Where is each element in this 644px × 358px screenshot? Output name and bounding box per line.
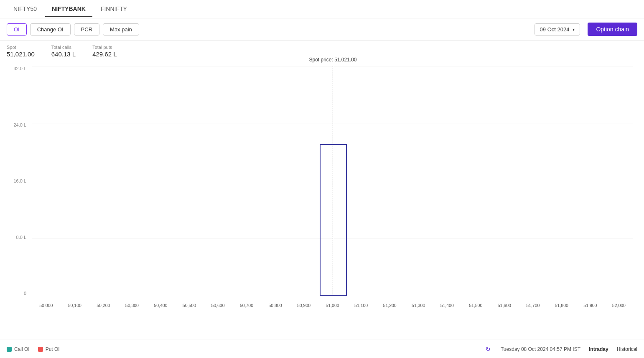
x-axis-label: 50,200 <box>89 303 118 308</box>
change-oi-filter-button[interactable]: Change OI <box>30 23 71 36</box>
top-nav: NIFTY50 NIFTYBANK FINNIFTY <box>0 0 644 18</box>
x-axis-label: 50,400 <box>146 303 175 308</box>
spot-value: 51,021.00 <box>7 51 35 58</box>
chevron-down-icon: ▾ <box>573 27 575 32</box>
bars-area <box>32 66 633 296</box>
total-puts-stat: Total puts 429.62 L <box>92 45 117 58</box>
x-axis-label: 51,000 <box>318 303 347 308</box>
x-axis-label: 51,400 <box>433 303 461 308</box>
y-axis: 32.0 L24.0 L16.0 L8.0 L0 <box>7 66 30 296</box>
stats-row: Spot 51,021.00 Total calls 640.13 L Tota… <box>0 41 644 62</box>
x-axis-label: 51,600 <box>490 303 519 308</box>
x-axis-label: 50,500 <box>175 303 204 308</box>
x-axis-label: 50,100 <box>61 303 89 308</box>
refresh-icon: ↻ <box>486 346 491 353</box>
tab-nifty50[interactable]: NIFTY50 <box>7 1 43 17</box>
y-axis-label: 16.0 L <box>7 178 30 183</box>
historical-button[interactable]: Historical <box>617 346 637 352</box>
date-label: 09 Oct 2024 <box>540 26 570 33</box>
total-puts-value: 429.62 L <box>92 51 117 58</box>
footer-right: ↻ Tuesday 08 Oct 2024 04:57 PM IST Intra… <box>486 346 637 353</box>
x-axis-label: 51,500 <box>461 303 490 308</box>
y-axis-label: 32.0 L <box>7 66 30 71</box>
y-axis-label: 24.0 L <box>7 122 30 127</box>
put-oi-legend: Put OI <box>38 346 60 352</box>
call-oi-color <box>7 347 12 352</box>
spot-label: Spot <box>7 45 35 50</box>
x-axis-label: 50,300 <box>118 303 147 308</box>
x-axis-label: 52,000 <box>605 303 634 308</box>
filter-bar: OI Change OI PCR Max pain 09 Oct 2024 ▾ … <box>0 18 644 41</box>
x-axis-label: 51,100 <box>347 303 376 308</box>
max-pain-filter-button[interactable]: Max pain <box>103 23 139 36</box>
call-oi-legend-label: Call OI <box>14 346 30 352</box>
date-selector[interactable]: 09 Oct 2024 ▾ <box>535 23 580 36</box>
put-oi-legend-label: Put OI <box>46 346 60 352</box>
total-puts-label: Total puts <box>92 45 117 50</box>
intraday-button[interactable]: Intraday <box>589 346 608 352</box>
spot-stat: Spot 51,021.00 <box>7 45 35 58</box>
total-calls-value: 640.13 L <box>51 51 76 58</box>
x-axis-label: 51,200 <box>375 303 404 308</box>
x-axis-label: 51,700 <box>519 303 547 308</box>
footer: Call OI Put OI ↻ Tuesday 08 Oct 2024 04:… <box>0 340 644 358</box>
option-chain-button[interactable]: Option chain <box>588 23 637 36</box>
app-container: NIFTY50 NIFTYBANK FINNIFTY OI Change OI … <box>0 0 644 312</box>
x-axis-label: 51,900 <box>576 303 605 308</box>
total-calls-stat: Total calls 640.13 L <box>51 45 76 58</box>
total-calls-label: Total calls <box>51 45 76 50</box>
pcr-filter-button[interactable]: PCR <box>74 23 99 36</box>
x-axis-label: 51,800 <box>547 303 576 308</box>
x-axis-label: 50,800 <box>261 303 290 308</box>
y-axis-label: 8.0 L <box>7 235 30 240</box>
grid-line <box>32 296 633 296</box>
call-oi-legend: Call OI <box>7 346 30 352</box>
x-axis-label: 50,700 <box>232 303 261 308</box>
put-oi-color <box>38 347 43 352</box>
chart-inner: 32.0 L24.0 L16.0 L8.0 L0 50,00050,10050,… <box>7 66 637 312</box>
tab-finnifty[interactable]: FINNIFTY <box>94 1 134 17</box>
tab-niftybank[interactable]: NIFTYBANK <box>45 1 92 17</box>
x-axis-label: 50,000 <box>32 303 61 308</box>
timestamp: Tuesday 08 Oct 2024 04:57 PM IST <box>501 346 580 352</box>
x-axis-label: 50,900 <box>290 303 318 308</box>
x-axis-label: 50,600 <box>204 303 232 308</box>
x-axis-label: 51,300 <box>404 303 433 308</box>
y-axis-label: 0 <box>7 291 30 296</box>
chart-container: 32.0 L24.0 L16.0 L8.0 L0 50,00050,10050,… <box>0 62 644 312</box>
x-axis: 50,00050,10050,20050,30050,40050,50050,6… <box>32 298 633 312</box>
oi-filter-button[interactable]: OI <box>7 23 27 36</box>
